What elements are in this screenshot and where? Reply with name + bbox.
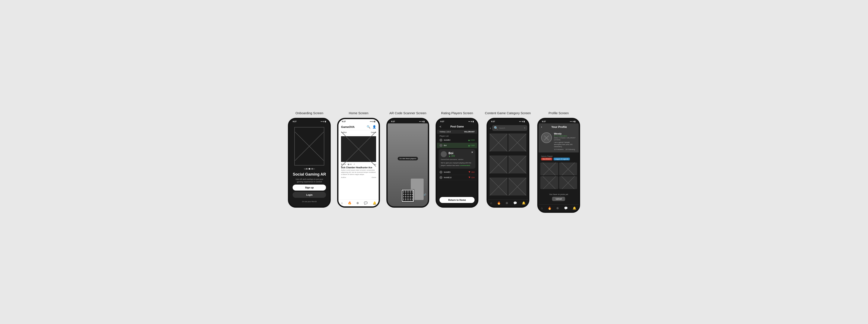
return-to-home-button[interactable]: Return to Home — [439, 197, 474, 203]
player-left-2: Boi — [439, 144, 446, 147]
profile-grid-cell-4[interactable] — [559, 176, 577, 189]
profile-back-button[interactable]: ‹ — [541, 125, 542, 129]
home-screen-title: Home Screen — [349, 111, 369, 115]
player-row-1[interactable]: NAME2 +215 — [437, 137, 477, 143]
profile-info-card: Wendy ★ +3 cooperation Status: In Game •… — [538, 130, 579, 152]
rating-header: < Post Game — [437, 123, 477, 130]
feed-image — [341, 136, 376, 162]
modal-avatar — [441, 151, 447, 157]
upload-button[interactable]: Upload — [552, 197, 565, 201]
add-tab-icon[interactable]: ⊕ — [556, 206, 559, 210]
home-time: 9:27 — [342, 120, 346, 123]
modal-header: Boi ▲ 349 — [441, 151, 473, 157]
triangle-up-icon — [468, 139, 470, 141]
profile-status: Status: In Game • VALORANT (unrated) — [554, 137, 576, 141]
bell-tab-icon[interactable]: 🔔 — [572, 206, 576, 210]
player-row-4[interactable]: NAME10 -224 — [437, 175, 477, 180]
wifi-icon: ⌾ — [572, 120, 574, 123]
fire-tab-icon[interactable]: 🔥 — [548, 206, 551, 210]
content-back-button[interactable]: ‹ — [490, 126, 491, 130]
profile-details: Wendy ★ +3 cooperation Status: In Game •… — [554, 132, 576, 150]
chat-tab-icon[interactable]: 💬 — [513, 201, 517, 205]
signup-button[interactable]: Sign up — [292, 185, 326, 191]
player-name-4: NAME10 — [444, 176, 452, 179]
battery-icon: ▮ — [374, 120, 375, 123]
onboarding-wrapper: Onboarding Screen 9:27 ▪▪▪ ⌾ ▮ Splash Sc… — [288, 111, 331, 208]
search-clear-button[interactable]: ✕ — [524, 127, 526, 129]
signal-icon: ▪▪▪ — [321, 120, 323, 123]
fire-tab-icon[interactable]: 🔥 — [348, 201, 351, 205]
player-list-label: Player List — [437, 134, 477, 137]
followers-count[interactable]: 10 Followers — [554, 149, 564, 150]
profile-grid-cell-1[interactable] — [540, 163, 558, 175]
player-row-3[interactable]: NAME9 -302 — [437, 170, 477, 175]
profile-grid-cell-3[interactable] — [540, 176, 558, 189]
lol-tag[interactable]: League of Legends — [554, 158, 570, 160]
content-phone: 9:27 ▪▪▪ ⌾ ▮ ‹ 🔍 ✕ — [487, 118, 529, 208]
profile-grid-cell-2[interactable] — [559, 163, 577, 175]
grid-cell-3[interactable] — [490, 156, 507, 173]
share-icon[interactable]: ↗ — [353, 163, 355, 165]
player-score-1: +215 — [468, 139, 474, 141]
feed-game-label: Game — [372, 176, 376, 179]
home-tab-icon[interactable]: ⌂ — [490, 201, 492, 205]
profile-avatar — [541, 132, 552, 143]
comments-count: ▦ 45 — [348, 163, 352, 165]
profile-image-grid — [538, 162, 579, 190]
search-icon[interactable]: 🔍 — [367, 125, 370, 129]
bell-tab-icon[interactable]: 🔔 — [373, 201, 376, 205]
grid-cell-5[interactable] — [490, 177, 507, 195]
valorant-tag[interactable]: VALORANT — [541, 158, 552, 160]
onboarding-time: 9:27 — [292, 120, 297, 123]
profile-follow-stats: 10 Followers 18 Following — [554, 149, 576, 150]
chat-tab-icon[interactable]: 💬 — [564, 206, 568, 210]
home-body: GameOVA 🔍 👤 Author Game ❤ 109 ▦ 45 ↗ — [338, 123, 379, 206]
signal-icon: ▪▪▪ — [570, 120, 572, 123]
add-tab-icon[interactable]: ⊕ — [356, 201, 359, 205]
following-count[interactable]: 18 Following — [565, 149, 575, 150]
search-input[interactable] — [499, 127, 523, 129]
modal-player-info: Boi ▲ 349 — [448, 152, 455, 157]
profile-icon[interactable]: 👤 — [372, 125, 376, 129]
modal-player-name: Boi — [448, 152, 455, 155]
rating-back-button[interactable]: < — [439, 125, 441, 128]
victory-text: Victory | 13:2 — [439, 131, 451, 133]
battery-icon: ▮ — [424, 120, 425, 123]
profile-tab-bar: ⌂ 🔥 ⊕ 💬 🔔 — [538, 204, 579, 212]
add-tab-icon[interactable]: ⊕ — [505, 201, 508, 205]
wifi-icon: ⌾ — [422, 120, 423, 123]
content-grid — [488, 133, 528, 199]
grid-cell-4[interactable] — [508, 156, 526, 173]
player-row-2[interactable]: Boi +348 — [437, 143, 477, 148]
volume-icon[interactable]: 🔊 — [424, 193, 426, 196]
login-button[interactable]: Login — [292, 192, 326, 198]
fire-tab-icon[interactable]: 🔥 — [497, 201, 501, 205]
riot-link[interactable]: Or use your Riot ID — [302, 201, 317, 202]
signal-icon: ▪▪▪ — [468, 120, 470, 123]
home-header: GameOVA 🔍 👤 — [338, 123, 379, 130]
profile-status-icons: ▪▪▪ ⌾ ▮ — [570, 120, 576, 123]
profile-bio: I am a gamer! Sample description here (m… — [554, 141, 576, 148]
grid-cell-1[interactable] — [490, 133, 507, 152]
bell-tab-icon[interactable]: 🔔 — [522, 201, 526, 205]
wifi-icon: ⌾ — [372, 120, 374, 123]
chat-tab-icon[interactable]: 💬 — [364, 201, 368, 205]
feed-desc: Author Lorem ipsum dolor sit amet, conse… — [341, 169, 376, 175]
grid-cell-2[interactable] — [508, 133, 526, 152]
search-bar[interactable]: 🔍 ✕ — [492, 125, 527, 131]
onboarding-screen-title: Onboarding Screen — [296, 111, 323, 115]
battery-icon: ▮ — [325, 120, 326, 123]
ar-screen-title: AR Code Scanner Screen — [390, 111, 426, 115]
rating-header-title: Post Game — [451, 125, 464, 128]
home-tab-icon[interactable]: ⌂ — [541, 206, 542, 210]
rating-screen-title: Rating Players Screen — [441, 111, 473, 115]
modal-close-button[interactable]: ✕ — [471, 151, 473, 154]
battery-icon: ▮ — [473, 120, 474, 123]
signal-icon: ▪▪▪ — [370, 120, 372, 123]
grid-cell-6[interactable] — [508, 177, 526, 195]
home-tab-icon[interactable]: ⌂ — [341, 201, 343, 205]
player-avatar-4 — [439, 176, 442, 179]
modal-player-score: ▲ 349 — [448, 155, 455, 157]
battery-icon: ▮ — [524, 120, 525, 123]
home-wrapper: Home Screen 9:27 ▪▪▪ ⌾ ▮ GameOVA 🔍 👤 — [337, 111, 380, 208]
